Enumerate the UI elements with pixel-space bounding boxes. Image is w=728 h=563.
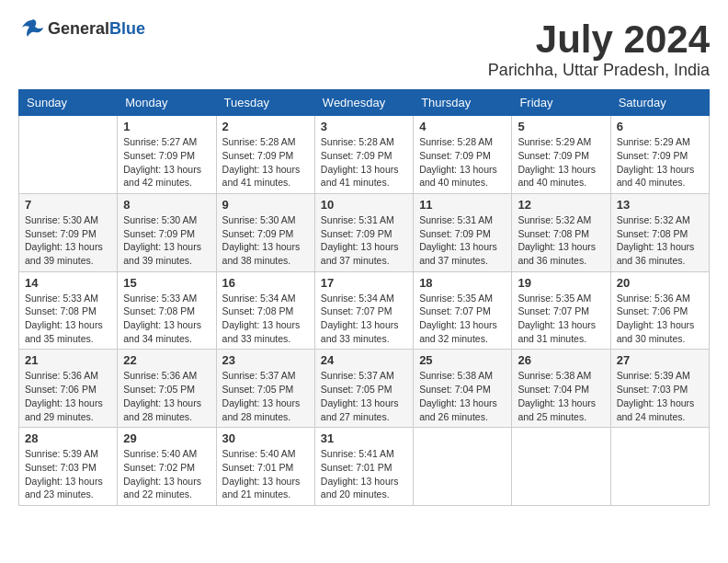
logo-blue: Blue xyxy=(109,19,145,38)
cell-date-number: 27 xyxy=(617,353,703,367)
calendar-cell: 25Sunrise: 5:38 AMSunset: 7:04 PMDayligh… xyxy=(414,350,512,428)
cell-date-number: 3 xyxy=(321,120,407,133)
cell-sun-info: Sunrise: 5:35 AMSunset: 7:07 PMDaylight:… xyxy=(518,292,604,346)
week-row-2: 7Sunrise: 5:30 AMSunset: 7:09 PMDaylight… xyxy=(19,193,710,271)
calendar-cell xyxy=(610,428,709,506)
calendar-cell: 21Sunrise: 5:36 AMSunset: 7:06 PMDayligh… xyxy=(19,350,118,428)
calendar-table: SundayMondayTuesdayWednesdayThursdayFrid… xyxy=(18,89,710,506)
calendar-cell: 24Sunrise: 5:37 AMSunset: 7:05 PMDayligh… xyxy=(314,350,413,428)
calendar-cell: 13Sunrise: 5:32 AMSunset: 7:08 PMDayligh… xyxy=(610,193,709,271)
day-header-wednesday: Wednesday xyxy=(314,90,413,116)
cell-date-number: 13 xyxy=(617,198,703,212)
calendar-cell: 26Sunrise: 5:38 AMSunset: 7:04 PMDayligh… xyxy=(512,350,610,428)
calendar-cell: 6Sunrise: 5:29 AMSunset: 7:09 PMDaylight… xyxy=(610,116,709,194)
cell-sun-info: Sunrise: 5:34 AMSunset: 7:08 PMDaylight:… xyxy=(222,292,309,346)
calendar-cell: 3Sunrise: 5:28 AMSunset: 7:09 PMDaylight… xyxy=(314,116,413,194)
day-header-friday: Friday xyxy=(512,90,610,116)
cell-sun-info: Sunrise: 5:28 AMSunset: 7:09 PMDaylight:… xyxy=(222,135,309,190)
calendar-cell: 16Sunrise: 5:34 AMSunset: 7:08 PMDayligh… xyxy=(216,271,314,350)
calendar-header-row: SundayMondayTuesdayWednesdayThursdayFrid… xyxy=(19,90,710,116)
cell-date-number: 7 xyxy=(25,198,111,212)
calendar-cell xyxy=(19,116,118,194)
day-header-saturday: Saturday xyxy=(610,90,709,116)
cell-sun-info: Sunrise: 5:40 AMSunset: 7:01 PMDaylight:… xyxy=(222,447,309,501)
calendar-cell: 19Sunrise: 5:35 AMSunset: 7:07 PMDayligh… xyxy=(512,271,610,350)
day-header-thursday: Thursday xyxy=(414,90,512,116)
logo: GeneralBlue xyxy=(18,18,145,39)
cell-sun-info: Sunrise: 5:38 AMSunset: 7:04 PMDaylight:… xyxy=(518,369,604,423)
calendar-cell: 5Sunrise: 5:29 AMSunset: 7:09 PMDaylight… xyxy=(512,116,610,194)
calendar-cell: 1Sunrise: 5:27 AMSunset: 7:09 PMDaylight… xyxy=(118,116,216,194)
cell-date-number: 25 xyxy=(419,353,506,367)
cell-sun-info: Sunrise: 5:34 AMSunset: 7:07 PMDaylight:… xyxy=(321,292,407,346)
calendar-cell: 14Sunrise: 5:33 AMSunset: 7:08 PMDayligh… xyxy=(19,271,118,350)
day-header-tuesday: Tuesday xyxy=(216,90,314,116)
cell-sun-info: Sunrise: 5:32 AMSunset: 7:08 PMDaylight:… xyxy=(617,213,703,268)
month-year-title: July 2024 xyxy=(488,18,710,61)
cell-date-number: 9 xyxy=(222,198,309,212)
cell-sun-info: Sunrise: 5:30 AMSunset: 7:09 PMDaylight:… xyxy=(222,213,309,268)
cell-date-number: 18 xyxy=(419,276,506,290)
calendar-cell: 15Sunrise: 5:33 AMSunset: 7:08 PMDayligh… xyxy=(118,271,216,350)
title-section: July 2024 Parichha, Uttar Pradesh, India xyxy=(488,18,710,80)
week-row-3: 14Sunrise: 5:33 AMSunset: 7:08 PMDayligh… xyxy=(19,271,710,350)
cell-sun-info: Sunrise: 5:38 AMSunset: 7:04 PMDaylight:… xyxy=(419,369,506,423)
calendar-cell: 9Sunrise: 5:30 AMSunset: 7:09 PMDaylight… xyxy=(216,193,314,271)
calendar-cell: 28Sunrise: 5:39 AMSunset: 7:03 PMDayligh… xyxy=(19,428,118,506)
cell-sun-info: Sunrise: 5:40 AMSunset: 7:02 PMDaylight:… xyxy=(123,447,210,501)
cell-date-number: 8 xyxy=(123,198,210,212)
cell-sun-info: Sunrise: 5:29 AMSunset: 7:09 PMDaylight:… xyxy=(518,135,604,190)
week-row-5: 28Sunrise: 5:39 AMSunset: 7:03 PMDayligh… xyxy=(19,428,710,506)
cell-date-number: 16 xyxy=(222,276,309,290)
calendar-cell xyxy=(414,428,512,506)
cell-date-number: 31 xyxy=(321,431,407,445)
calendar-cell xyxy=(512,428,610,506)
cell-date-number: 6 xyxy=(617,120,703,133)
page-header: GeneralBlue July 2024 Parichha, Uttar Pr… xyxy=(18,18,710,80)
location-subtitle: Parichha, Uttar Pradesh, India xyxy=(488,61,710,80)
cell-date-number: 17 xyxy=(321,276,407,290)
cell-date-number: 2 xyxy=(222,120,309,133)
cell-sun-info: Sunrise: 5:39 AMSunset: 7:03 PMDaylight:… xyxy=(25,447,111,501)
logo-text: GeneralBlue xyxy=(48,19,145,39)
cell-sun-info: Sunrise: 5:37 AMSunset: 7:05 PMDaylight:… xyxy=(222,369,309,423)
calendar-cell: 10Sunrise: 5:31 AMSunset: 7:09 PMDayligh… xyxy=(314,193,413,271)
cell-date-number: 15 xyxy=(123,276,210,290)
calendar-cell: 11Sunrise: 5:31 AMSunset: 7:09 PMDayligh… xyxy=(414,193,512,271)
calendar-cell: 31Sunrise: 5:41 AMSunset: 7:01 PMDayligh… xyxy=(314,428,413,506)
week-row-1: 1Sunrise: 5:27 AMSunset: 7:09 PMDaylight… xyxy=(19,116,710,194)
cell-sun-info: Sunrise: 5:28 AMSunset: 7:09 PMDaylight:… xyxy=(419,135,506,190)
calendar-cell: 18Sunrise: 5:35 AMSunset: 7:07 PMDayligh… xyxy=(414,271,512,350)
cell-sun-info: Sunrise: 5:27 AMSunset: 7:09 PMDaylight:… xyxy=(123,135,210,190)
cell-sun-info: Sunrise: 5:41 AMSunset: 7:01 PMDaylight:… xyxy=(321,447,407,501)
calendar-cell: 7Sunrise: 5:30 AMSunset: 7:09 PMDaylight… xyxy=(19,193,118,271)
cell-date-number: 11 xyxy=(419,198,506,212)
cell-date-number: 5 xyxy=(518,120,604,133)
cell-date-number: 23 xyxy=(222,353,309,367)
cell-date-number: 21 xyxy=(25,353,111,367)
cell-sun-info: Sunrise: 5:37 AMSunset: 7:05 PMDaylight:… xyxy=(321,369,407,423)
cell-sun-info: Sunrise: 5:29 AMSunset: 7:09 PMDaylight:… xyxy=(617,135,703,190)
cell-sun-info: Sunrise: 5:35 AMSunset: 7:07 PMDaylight:… xyxy=(419,292,506,346)
calendar-cell: 12Sunrise: 5:32 AMSunset: 7:08 PMDayligh… xyxy=(512,193,610,271)
calendar-cell: 4Sunrise: 5:28 AMSunset: 7:09 PMDaylight… xyxy=(414,116,512,194)
cell-date-number: 24 xyxy=(321,353,407,367)
cell-sun-info: Sunrise: 5:30 AMSunset: 7:09 PMDaylight:… xyxy=(25,213,111,268)
cell-date-number: 26 xyxy=(518,353,604,367)
calendar-cell: 8Sunrise: 5:30 AMSunset: 7:09 PMDaylight… xyxy=(118,193,216,271)
cell-date-number: 20 xyxy=(617,276,703,290)
calendar-cell: 23Sunrise: 5:37 AMSunset: 7:05 PMDayligh… xyxy=(216,350,314,428)
cell-sun-info: Sunrise: 5:30 AMSunset: 7:09 PMDaylight:… xyxy=(123,213,210,268)
week-row-4: 21Sunrise: 5:36 AMSunset: 7:06 PMDayligh… xyxy=(19,350,710,428)
cell-sun-info: Sunrise: 5:36 AMSunset: 7:05 PMDaylight:… xyxy=(123,369,210,423)
cell-date-number: 29 xyxy=(123,431,210,445)
day-header-monday: Monday xyxy=(118,90,216,116)
cell-sun-info: Sunrise: 5:33 AMSunset: 7:08 PMDaylight:… xyxy=(123,292,210,346)
cell-sun-info: Sunrise: 5:36 AMSunset: 7:06 PMDaylight:… xyxy=(25,369,111,423)
day-header-sunday: Sunday xyxy=(19,90,118,116)
cell-date-number: 19 xyxy=(518,276,604,290)
cell-sun-info: Sunrise: 5:28 AMSunset: 7:09 PMDaylight:… xyxy=(321,135,407,190)
cell-sun-info: Sunrise: 5:31 AMSunset: 7:09 PMDaylight:… xyxy=(321,213,407,268)
logo-general: General xyxy=(48,19,109,38)
cell-sun-info: Sunrise: 5:36 AMSunset: 7:06 PMDaylight:… xyxy=(617,292,703,346)
